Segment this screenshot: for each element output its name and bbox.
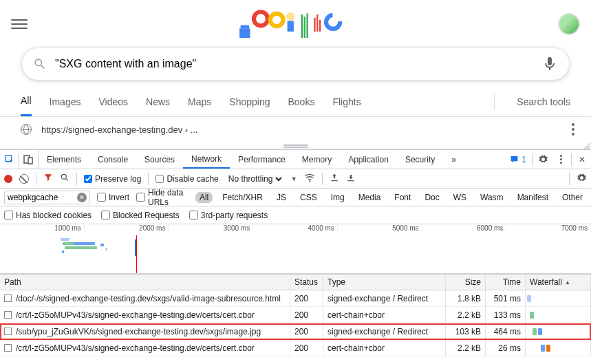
- timeline-tick: 1000 ms: [0, 224, 85, 233]
- row-checkbox[interactable]: [4, 328, 12, 335]
- table-row[interactable]: /doc/-/s/signed-exchange-testing.dev/sxg…: [0, 290, 591, 307]
- timeline-tick: 7000 ms: [506, 224, 591, 233]
- tab-news[interactable]: News: [146, 87, 170, 116]
- disable-cache-checkbox[interactable]: Disable cache: [155, 174, 218, 184]
- panel-sources[interactable]: Sources: [136, 150, 183, 169]
- filter-type-css[interactable]: CSS: [296, 192, 321, 203]
- timeline-tick: 3000 ms: [169, 224, 253, 233]
- panel-network[interactable]: Network: [183, 150, 230, 169]
- filter-input-box[interactable]: ✕: [4, 191, 90, 204]
- filter-type-fetch-xhr[interactable]: Fetch/XHR: [218, 192, 267, 203]
- table-row[interactable]: /crt/l-zG5oMUPv43/s/signed-exchange-test…: [0, 307, 591, 323]
- col-time[interactable]: Time: [486, 275, 526, 290]
- row-path: /crt/l-zG5oMUPv43/s/signed-exchange-test…: [16, 310, 255, 320]
- filter-type-wasm[interactable]: Wasm: [476, 192, 508, 203]
- row-path: /sub/ypu_jZuGukVK/s/signed-exchange-test…: [16, 327, 261, 336]
- mic-icon[interactable]: [541, 56, 558, 72]
- tab-maps[interactable]: Maps: [188, 87, 211, 116]
- row-checkbox[interactable]: [4, 344, 12, 352]
- filter-input[interactable]: [8, 193, 77, 202]
- panel-performance[interactable]: Performance: [230, 150, 294, 169]
- hide-data-urls-checkbox[interactable]: Hide data URLs: [136, 188, 189, 207]
- user-avatar[interactable]: [558, 13, 580, 35]
- filter-type-doc[interactable]: Doc: [420, 192, 443, 203]
- tab-flights[interactable]: Flights: [332, 87, 361, 116]
- throttling-select[interactable]: No throttling: [226, 173, 284, 184]
- search-input[interactable]: [55, 58, 541, 70]
- row-time: 501 ms: [486, 290, 526, 306]
- clear-filter-icon[interactable]: ✕: [77, 193, 87, 202]
- tab-shopping[interactable]: Shopping: [229, 87, 270, 116]
- invert-checkbox[interactable]: Invert: [97, 193, 129, 202]
- tab-all[interactable]: All: [21, 87, 32, 116]
- tab-videos[interactable]: Videos: [98, 87, 128, 116]
- svg-rect-6: [301, 14, 302, 38]
- panel-security[interactable]: Security: [397, 150, 443, 169]
- row-checkbox[interactable]: [4, 311, 12, 319]
- col-path[interactable]: Path: [0, 275, 290, 290]
- row-size: 1.8 kB: [446, 290, 486, 306]
- close-devtools-icon[interactable]: ✕: [573, 150, 591, 169]
- search-tools[interactable]: Search tools: [517, 87, 570, 116]
- network-settings-icon[interactable]: [577, 173, 587, 185]
- table-header[interactable]: Path Status Type Size Time Waterfall▲: [0, 274, 591, 290]
- panel-console[interactable]: Console: [89, 150, 136, 169]
- search-network-icon[interactable]: [60, 173, 69, 184]
- col-type[interactable]: Type: [323, 275, 446, 290]
- row-checkbox[interactable]: [4, 295, 12, 302]
- filter-type-img[interactable]: Img: [327, 192, 349, 203]
- clear-button[interactable]: [19, 174, 29, 184]
- col-status[interactable]: Status: [290, 275, 323, 290]
- menu-icon[interactable]: [11, 16, 28, 32]
- filter-type-media[interactable]: Media: [354, 192, 385, 203]
- panel-memory[interactable]: Memory: [294, 150, 340, 169]
- filter-type-all[interactable]: All: [195, 192, 213, 203]
- blocked-cookies-checkbox[interactable]: Has blocked cookies: [4, 211, 92, 220]
- col-size[interactable]: Size: [446, 275, 486, 290]
- search-icon: [33, 57, 47, 71]
- svg-point-2: [253, 12, 267, 25]
- tab-books[interactable]: Books: [288, 87, 314, 116]
- table-row[interactable]: /sub/ypu_jZuGukVK/s/signed-exchange-test…: [0, 323, 591, 340]
- inspect-icon[interactable]: [0, 150, 19, 169]
- svg-rect-1: [240, 25, 248, 29]
- timeline-tick: 5000 ms: [338, 224, 422, 233]
- svg-rect-15: [28, 158, 32, 164]
- preserve-log-checkbox[interactable]: Preserve log: [84, 174, 141, 184]
- filter-type-other[interactable]: Other: [558, 192, 587, 203]
- filter-type-font[interactable]: Font: [390, 192, 415, 203]
- settings-icon[interactable]: [534, 150, 552, 169]
- network-timeline[interactable]: 1000 ms2000 ms3000 ms4000 ms5000 ms6000 …: [0, 224, 591, 274]
- device-toggle-icon[interactable]: [19, 150, 39, 169]
- svg-rect-11: [319, 20, 321, 32]
- svg-rect-7: [303, 17, 305, 38]
- issues-button[interactable]: 1: [506, 155, 530, 164]
- filter-type-ws[interactable]: WS: [449, 192, 471, 203]
- table-row[interactable]: /crt/l-zG5oMUPv43/s/signed-exchange-test…: [0, 340, 591, 356]
- kebab-menu-icon[interactable]: [572, 123, 574, 136]
- search-bar[interactable]: [22, 48, 569, 80]
- col-waterfall[interactable]: Waterfall▲: [526, 275, 591, 290]
- export-har-icon[interactable]: [346, 173, 356, 184]
- filter-type-js[interactable]: JS: [272, 192, 290, 203]
- dock-menu-icon[interactable]: [552, 150, 570, 169]
- network-conditions-icon[interactable]: [304, 172, 315, 185]
- google-doodle-logo[interactable]: [11, 6, 580, 43]
- tab-images[interactable]: Images: [50, 87, 81, 116]
- blocked-requests-checkbox[interactable]: Blocked Requests: [101, 211, 180, 220]
- panel-elements[interactable]: Elements: [39, 150, 89, 169]
- filter-type-manifest[interactable]: Manifest: [513, 192, 552, 203]
- svg-point-3: [270, 14, 283, 27]
- devtools-drag-handle[interactable]: [0, 142, 591, 149]
- third-party-checkbox[interactable]: 3rd-party requests: [189, 211, 268, 220]
- record-button[interactable]: [4, 175, 12, 183]
- network-filter-row2: Has blocked cookies Blocked Requests 3rd…: [0, 206, 591, 224]
- svg-rect-8: [306, 14, 308, 39]
- row-waterfall: [526, 323, 591, 339]
- network-toolbar: Preserve log Disable cache No throttling…: [0, 169, 591, 189]
- search-result[interactable]: https://signed-exchange-testing.dev › ..…: [0, 117, 591, 142]
- import-har-icon[interactable]: [330, 173, 339, 184]
- more-panels-icon[interactable]: »: [443, 150, 464, 169]
- panel-application[interactable]: Application: [340, 150, 397, 169]
- filter-icon[interactable]: [43, 173, 53, 184]
